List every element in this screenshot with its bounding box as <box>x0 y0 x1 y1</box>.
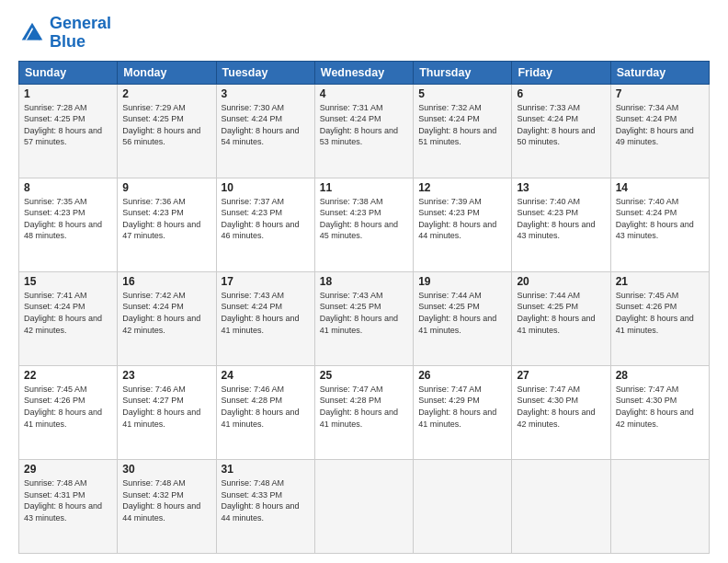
calendar-cell: 18Sunrise: 7:43 AMSunset: 4:25 PMDayligh… <box>314 271 413 365</box>
calendar-cell: 6Sunrise: 7:33 AMSunset: 4:24 PMDaylight… <box>512 84 610 178</box>
calendar-cell: 29Sunrise: 7:48 AMSunset: 4:31 PMDayligh… <box>19 459 118 553</box>
logo-text: General Blue <box>50 15 111 52</box>
day-info: Sunrise: 7:43 AMSunset: 4:25 PMDaylight:… <box>320 291 398 335</box>
day-number: 30 <box>122 463 210 476</box>
day-number: 10 <box>222 181 310 194</box>
day-number: 16 <box>122 275 210 288</box>
header-row: SundayMondayTuesdayWednesdayThursdayFrid… <box>19 61 710 84</box>
day-info: Sunrise: 7:48 AMSunset: 4:31 PMDaylight:… <box>24 478 102 523</box>
day-info: Sunrise: 7:31 AMSunset: 4:24 PMDaylight:… <box>320 103 398 147</box>
day-number: 20 <box>517 275 605 288</box>
day-info: Sunrise: 7:32 AMSunset: 4:24 PMDaylight:… <box>418 103 496 147</box>
calendar-cell: 17Sunrise: 7:43 AMSunset: 4:24 PMDayligh… <box>216 271 314 365</box>
day-info: Sunrise: 7:28 AMSunset: 4:25 PMDaylight:… <box>24 103 102 147</box>
col-header-friday: Friday <box>512 61 610 84</box>
day-info: Sunrise: 7:29 AMSunset: 4:25 PMDaylight:… <box>122 103 200 147</box>
day-info: Sunrise: 7:47 AMSunset: 4:30 PMDaylight:… <box>517 385 595 429</box>
day-number: 4 <box>320 87 408 100</box>
day-info: Sunrise: 7:34 AMSunset: 4:24 PMDaylight:… <box>616 103 694 147</box>
day-number: 26 <box>418 369 506 382</box>
day-number: 22 <box>24 369 112 382</box>
day-info: Sunrise: 7:44 AMSunset: 4:25 PMDaylight:… <box>418 291 496 335</box>
day-number: 5 <box>418 87 506 100</box>
day-number: 2 <box>122 87 210 100</box>
calendar-cell: 21Sunrise: 7:45 AMSunset: 4:26 PMDayligh… <box>610 271 709 365</box>
logo-icon <box>18 19 46 47</box>
day-info: Sunrise: 7:48 AMSunset: 4:33 PMDaylight:… <box>222 478 300 523</box>
calendar-cell: 8Sunrise: 7:35 AMSunset: 4:23 PMDaylight… <box>19 178 118 271</box>
day-number: 23 <box>122 369 210 382</box>
day-number: 8 <box>24 181 112 194</box>
calendar-cell: 27Sunrise: 7:47 AMSunset: 4:30 PMDayligh… <box>512 365 610 459</box>
calendar-cell: 13Sunrise: 7:40 AMSunset: 4:23 PMDayligh… <box>512 178 610 271</box>
day-info: Sunrise: 7:44 AMSunset: 4:25 PMDaylight:… <box>517 291 595 335</box>
day-info: Sunrise: 7:43 AMSunset: 4:24 PMDaylight:… <box>222 291 300 335</box>
calendar-cell: 15Sunrise: 7:41 AMSunset: 4:24 PMDayligh… <box>19 271 118 365</box>
day-info: Sunrise: 7:46 AMSunset: 4:27 PMDaylight:… <box>122 385 200 429</box>
day-info: Sunrise: 7:47 AMSunset: 4:30 PMDaylight:… <box>616 385 694 429</box>
col-header-tuesday: Tuesday <box>216 61 314 84</box>
calendar-cell: 19Sunrise: 7:44 AMSunset: 4:25 PMDayligh… <box>414 271 512 365</box>
day-number: 15 <box>24 275 112 288</box>
day-number: 6 <box>517 87 605 100</box>
calendar-cell: 25Sunrise: 7:47 AMSunset: 4:28 PMDayligh… <box>314 365 413 459</box>
day-info: Sunrise: 7:45 AMSunset: 4:26 PMDaylight:… <box>24 385 102 429</box>
day-number: 17 <box>222 275 310 288</box>
calendar-cell: 24Sunrise: 7:46 AMSunset: 4:28 PMDayligh… <box>216 365 314 459</box>
header: General Blue <box>18 15 710 52</box>
day-number: 3 <box>222 87 310 100</box>
day-info: Sunrise: 7:39 AMSunset: 4:23 PMDaylight:… <box>418 197 496 241</box>
page: General Blue SundayMondayTuesdayWednesda… <box>0 0 728 563</box>
day-number: 21 <box>616 275 704 288</box>
calendar-cell: 26Sunrise: 7:47 AMSunset: 4:29 PMDayligh… <box>414 365 512 459</box>
day-number: 1 <box>24 87 112 100</box>
calendar-cell: 23Sunrise: 7:46 AMSunset: 4:27 PMDayligh… <box>118 365 216 459</box>
day-number: 25 <box>320 369 408 382</box>
day-number: 19 <box>418 275 506 288</box>
calendar-cell: 2Sunrise: 7:29 AMSunset: 4:25 PMDaylight… <box>118 84 216 178</box>
calendar-cell: 12Sunrise: 7:39 AMSunset: 4:23 PMDayligh… <box>414 178 512 271</box>
day-info: Sunrise: 7:46 AMSunset: 4:28 PMDaylight:… <box>222 385 300 429</box>
day-number: 31 <box>222 463 310 476</box>
day-info: Sunrise: 7:37 AMSunset: 4:23 PMDaylight:… <box>222 197 300 241</box>
week-row-3: 15Sunrise: 7:41 AMSunset: 4:24 PMDayligh… <box>19 271 710 365</box>
col-header-sunday: Sunday <box>19 61 118 84</box>
week-row-4: 22Sunrise: 7:45 AMSunset: 4:26 PMDayligh… <box>19 365 710 459</box>
day-info: Sunrise: 7:48 AMSunset: 4:32 PMDaylight:… <box>122 478 200 523</box>
day-number: 7 <box>616 87 704 100</box>
day-info: Sunrise: 7:45 AMSunset: 4:26 PMDaylight:… <box>616 291 694 335</box>
day-number: 24 <box>222 369 310 382</box>
day-info: Sunrise: 7:35 AMSunset: 4:23 PMDaylight:… <box>24 197 102 241</box>
day-number: 27 <box>517 369 605 382</box>
calendar-cell: 5Sunrise: 7:32 AMSunset: 4:24 PMDaylight… <box>414 84 512 178</box>
day-info: Sunrise: 7:36 AMSunset: 4:23 PMDaylight:… <box>122 197 200 241</box>
day-info: Sunrise: 7:41 AMSunset: 4:24 PMDaylight:… <box>24 291 102 335</box>
day-info: Sunrise: 7:33 AMSunset: 4:24 PMDaylight:… <box>517 103 595 147</box>
day-info: Sunrise: 7:42 AMSunset: 4:24 PMDaylight:… <box>122 291 200 335</box>
day-info: Sunrise: 7:40 AMSunset: 4:23 PMDaylight:… <box>517 197 595 241</box>
day-info: Sunrise: 7:47 AMSunset: 4:28 PMDaylight:… <box>320 385 398 429</box>
calendar-table: SundayMondayTuesdayWednesdayThursdayFrid… <box>18 61 710 554</box>
calendar-cell <box>414 459 512 553</box>
col-header-wednesday: Wednesday <box>314 61 413 84</box>
day-number: 9 <box>122 181 210 194</box>
calendar-cell: 20Sunrise: 7:44 AMSunset: 4:25 PMDayligh… <box>512 271 610 365</box>
calendar-cell: 14Sunrise: 7:40 AMSunset: 4:24 PMDayligh… <box>610 178 709 271</box>
day-number: 11 <box>320 181 408 194</box>
day-info: Sunrise: 7:40 AMSunset: 4:24 PMDaylight:… <box>616 197 694 241</box>
day-number: 18 <box>320 275 408 288</box>
day-number: 13 <box>517 181 605 194</box>
calendar-cell <box>512 459 610 553</box>
calendar-cell: 9Sunrise: 7:36 AMSunset: 4:23 PMDaylight… <box>118 178 216 271</box>
week-row-5: 29Sunrise: 7:48 AMSunset: 4:31 PMDayligh… <box>19 459 710 553</box>
calendar-cell: 10Sunrise: 7:37 AMSunset: 4:23 PMDayligh… <box>216 178 314 271</box>
calendar-cell: 4Sunrise: 7:31 AMSunset: 4:24 PMDaylight… <box>314 84 413 178</box>
calendar-cell: 3Sunrise: 7:30 AMSunset: 4:24 PMDaylight… <box>216 84 314 178</box>
logo: General Blue <box>18 15 111 52</box>
col-header-thursday: Thursday <box>414 61 512 84</box>
week-row-1: 1Sunrise: 7:28 AMSunset: 4:25 PMDaylight… <box>19 84 710 178</box>
calendar-cell: 1Sunrise: 7:28 AMSunset: 4:25 PMDaylight… <box>19 84 118 178</box>
calendar-cell <box>610 459 709 553</box>
week-row-2: 8Sunrise: 7:35 AMSunset: 4:23 PMDaylight… <box>19 178 710 271</box>
calendar-cell: 11Sunrise: 7:38 AMSunset: 4:23 PMDayligh… <box>314 178 413 271</box>
